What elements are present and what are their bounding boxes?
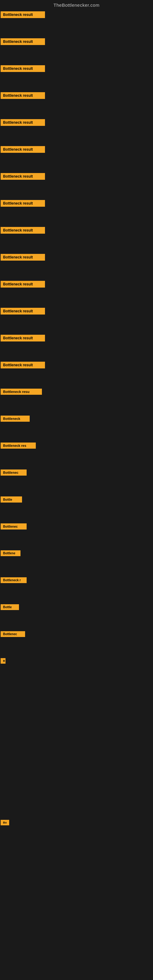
list-item (0, 898, 153, 925)
list-item: B (0, 656, 153, 682)
list-item: Bottleneck result (0, 359, 153, 386)
list-item: Bottlene (0, 548, 153, 575)
bottleneck-badge[interactable]: Bottleneck (1, 415, 30, 422)
bottleneck-badge[interactable]: Bottleneck result (1, 308, 45, 315)
list-item: Bottleneck result (0, 170, 153, 197)
bottleneck-badge[interactable]: Bottleneck result (1, 227, 45, 234)
site-title: TheBottlenecker.com (54, 2, 99, 8)
list-item (0, 844, 153, 871)
site-header: TheBottlenecker.com (0, 0, 153, 9)
bottleneck-badge[interactable]: Bottleneck result (1, 92, 45, 99)
list-item: Bottleneck result (0, 197, 153, 224)
list-item: Bottleneck r (0, 575, 153, 602)
bottleneck-badge[interactable]: Bottleneck result (1, 362, 45, 368)
bottleneck-badge[interactable]: Bottlenec (1, 469, 27, 476)
list-item (0, 925, 153, 952)
list-item: Bottlenec (0, 629, 153, 656)
list-item: Bottleneck result (0, 90, 153, 117)
list-item: Bottleneck result (0, 9, 153, 36)
bottleneck-badge[interactable]: Bottleneck r (1, 577, 27, 583)
list-item: Bottleneck result (0, 224, 153, 251)
bottleneck-badge[interactable]: Bottleneck result (1, 335, 45, 342)
list-item: Bottlenec (0, 521, 153, 548)
list-item: Bottleneck result (0, 305, 153, 332)
bottleneck-badge[interactable]: B (1, 658, 5, 663)
list-item: Bottleneck result (0, 278, 153, 305)
list-item: Bottleneck (0, 413, 153, 440)
bottleneck-badge[interactable]: Bottleneck result (1, 146, 45, 153)
bottleneck-badge[interactable]: Bottle (1, 496, 22, 503)
list-item (0, 682, 153, 710)
bottleneck-badge[interactable]: Bottlene (1, 550, 21, 556)
list-item: Bottleneck result (0, 144, 153, 170)
items-list: Bottleneck resultBottleneck resultBottle… (0, 9, 153, 952)
bottleneck-badge[interactable]: Bottleneck result (1, 11, 45, 18)
list-item: Bottleneck result (0, 36, 153, 63)
list-item (0, 710, 153, 737)
list-item (0, 871, 153, 898)
bottleneck-badge[interactable]: Bottleneck result (1, 281, 45, 288)
list-item (0, 791, 153, 818)
bottleneck-badge[interactable]: Bottleneck result (1, 200, 45, 207)
bottleneck-badge[interactable]: Bottleneck result (1, 38, 45, 45)
page-container: TheBottlenecker.com Bottleneck resultBot… (0, 0, 153, 952)
bottleneck-badge[interactable]: Bottleneck res (1, 442, 36, 449)
list-item (0, 737, 153, 764)
list-item: Bottleneck res (0, 440, 153, 467)
list-item: Bottle (0, 494, 153, 521)
bottleneck-badge[interactable]: Bottlenec (1, 631, 25, 637)
bottleneck-badge[interactable]: Bottleneck result (1, 254, 45, 261)
bottleneck-badge[interactable]: Bottlenec (1, 523, 27, 530)
list-item: Bottleneck result (0, 251, 153, 278)
bottleneck-badge[interactable]: Bottleneck resu (1, 389, 42, 395)
list-item: Bottle (0, 602, 153, 629)
bottleneck-badge[interactable]: Bottle (1, 604, 19, 610)
list-item: Bottleneck result (0, 117, 153, 144)
bottleneck-badge[interactable]: Bottleneck result (1, 173, 45, 180)
list-item: Bottleneck result (0, 332, 153, 359)
list-item (0, 764, 153, 791)
bottleneck-badge[interactable]: Bo (1, 820, 9, 825)
list-item: Bottleneck result (0, 63, 153, 90)
list-item: Bottlenec (0, 467, 153, 494)
list-item: Bo (0, 818, 153, 844)
bottleneck-badge[interactable]: Bottleneck result (1, 65, 45, 72)
bottleneck-badge[interactable]: Bottleneck result (1, 119, 45, 126)
list-item: Bottleneck resu (0, 386, 153, 413)
